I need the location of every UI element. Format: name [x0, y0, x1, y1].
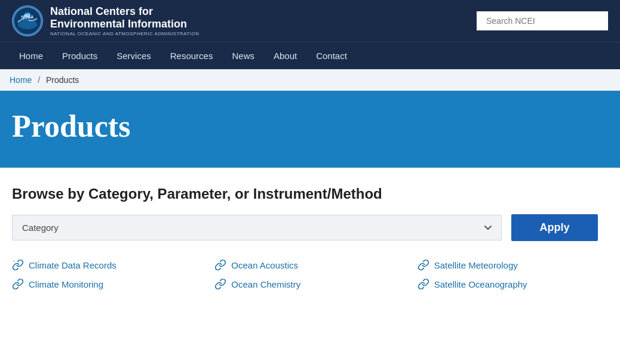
link-icon	[214, 259, 226, 271]
link-icon	[418, 259, 429, 271]
apply-button[interactable]: Apply	[511, 214, 598, 241]
link-icon	[12, 259, 24, 271]
link-icon	[12, 278, 24, 290]
category-grid: Climate Data Records Ocean Acoustics Sat…	[12, 259, 608, 290]
nav-item-news[interactable]: News	[222, 42, 264, 69]
header-title: National Centers forEnvironmental Inform…	[50, 5, 199, 37]
category-item-climate-monitoring[interactable]: Climate Monitoring	[12, 278, 202, 290]
breadcrumb-current: Products	[46, 75, 79, 85]
noaa-logo: NOAA	[12, 5, 43, 36]
nav-item-about[interactable]: About	[264, 42, 306, 69]
filter-row: Category Apply	[12, 214, 608, 241]
browse-title: Browse by Category, Parameter, or Instru…	[12, 186, 608, 202]
category-label: Satellite Oceanography	[434, 279, 527, 289]
category-label: Climate Monitoring	[29, 279, 103, 289]
header-logo-area: NOAA National Centers forEnvironmental I…	[12, 5, 199, 37]
main-nav: Home Products Services Resources News Ab…	[0, 42, 620, 69]
org-name-line1: National Centers forEnvironmental Inform…	[50, 5, 199, 31]
nav-item-services[interactable]: Services	[107, 42, 161, 69]
main-content: Browse by Category, Parameter, or Instru…	[0, 168, 620, 308]
category-item-satellite-oceanography[interactable]: Satellite Oceanography	[418, 278, 608, 290]
nav-item-contact[interactable]: Contact	[306, 42, 357, 69]
org-sub-name: National Oceanic and Atmospheric Adminis…	[50, 31, 199, 37]
search-input[interactable]	[477, 11, 608, 30]
nav-item-home[interactable]: Home	[10, 42, 53, 69]
site-header: NOAA National Centers forEnvironmental I…	[0, 0, 620, 42]
page-title: Products	[12, 109, 608, 144]
category-item-satellite-meteorology[interactable]: Satellite Meteorology	[418, 259, 608, 271]
category-item-ocean-acoustics[interactable]: Ocean Acoustics	[214, 259, 405, 271]
category-label: Satellite Meteorology	[434, 260, 518, 270]
link-icon	[418, 278, 429, 290]
svg-text:NOAA: NOAA	[22, 15, 34, 19]
nav-item-resources[interactable]: Resources	[161, 42, 223, 69]
category-label: Ocean Chemistry	[231, 279, 300, 289]
breadcrumb-home-link[interactable]: Home	[10, 75, 32, 85]
breadcrumb: Home / Products	[0, 69, 620, 91]
svg-point-1	[18, 20, 37, 29]
breadcrumb-separator: /	[38, 75, 40, 85]
category-item-climate-data-records[interactable]: Climate Data Records	[12, 259, 202, 271]
category-select[interactable]: Category	[12, 215, 502, 240]
link-icon	[214, 278, 226, 290]
category-label: Climate Data Records	[29, 260, 116, 270]
category-label: Ocean Acoustics	[231, 260, 298, 270]
hero-section: Products	[0, 91, 620, 168]
category-item-ocean-chemistry[interactable]: Ocean Chemistry	[214, 278, 405, 290]
nav-item-products[interactable]: Products	[53, 42, 107, 69]
